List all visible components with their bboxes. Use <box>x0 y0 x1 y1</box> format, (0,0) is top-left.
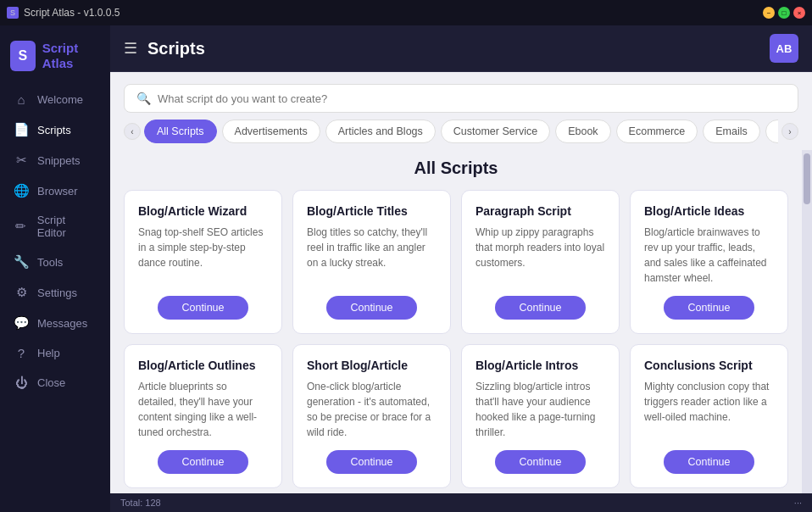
logo-icon: S <box>10 41 36 71</box>
script-card-footer: Continue <box>644 450 774 474</box>
category-tab-ecommerce[interactable]: Ecommerce <box>616 120 698 143</box>
continue-button-3[interactable]: Continue <box>664 296 754 320</box>
scripts-area-title: All Scripts <box>124 159 788 178</box>
script-card: Blog/Article Outlines Article blueprints… <box>124 344 282 488</box>
script-card-footer: Continue <box>138 450 268 474</box>
script-card-footer: Continue <box>307 296 437 320</box>
category-tab-emails[interactable]: Emails <box>703 120 760 143</box>
sidebar-label-help: Help <box>37 347 60 359</box>
sidebar-icon-script-editor: ✏ <box>14 219 29 234</box>
sidebar-icon-close: ⏻ <box>14 376 29 390</box>
script-card-footer: Continue <box>138 296 268 320</box>
sidebar-icon-messages: 💬 <box>14 315 29 331</box>
sidebar-label-scripts: Scripts <box>37 124 71 136</box>
sidebar-icon-scripts: 📄 <box>14 122 29 137</box>
script-card-desc: One-click blog/article generation - it's… <box>307 379 437 440</box>
script-card-title: Conclusions Script <box>644 359 774 372</box>
script-card: Paragraph Script Whip up zippy paragraph… <box>461 190 620 334</box>
sidebar-logo: S Script Atlas <box>0 34 110 85</box>
script-card: Blog/Article Titles Blog titles so catch… <box>292 190 451 334</box>
sidebar-item-snippets[interactable]: ✂Snippets <box>0 145 110 175</box>
scroll-track[interactable] <box>802 150 812 493</box>
status-total: Total: 128 <box>120 498 161 508</box>
continue-button-7[interactable]: Continue <box>664 450 754 474</box>
hamburger-menu[interactable]: ☰ <box>124 39 137 58</box>
sidebar-item-tools[interactable]: 🔧Tools <box>0 247 110 277</box>
user-avatar: AB <box>770 34 798 63</box>
scripts-area: All Scripts Blog/Article Wizard Snag top… <box>110 150 802 493</box>
app-icon: S <box>7 7 19 19</box>
search-input[interactable] <box>158 92 786 105</box>
sidebar-item-scripts[interactable]: 📄Scripts <box>0 114 110 145</box>
sidebar-item-browser[interactable]: 🌐Browser <box>0 175 110 206</box>
sidebar-icon-snippets: ✂ <box>14 153 29 168</box>
status-bar: Total: 128 ··· <box>110 493 812 512</box>
close-window-button[interactable]: × <box>793 7 805 19</box>
category-tab-letter[interactable]: Letter <box>765 120 778 143</box>
script-card-title: Paragraph Script <box>476 204 605 218</box>
title-bar-left: S Script Atlas - v1.0.0.5 <box>7 7 120 19</box>
script-card-desc: Sizzling blog/article intros that'll hav… <box>476 379 605 440</box>
sidebar-item-messages[interactable]: 💬Messages <box>0 308 110 338</box>
scroll-left-arrow[interactable]: ‹ <box>124 123 141 140</box>
sidebar-label-script-editor: Script Editor <box>37 214 97 239</box>
script-card-title: Blog/Article Outlines <box>138 359 268 372</box>
sidebar-icon-help: ? <box>14 346 29 360</box>
window-title: Script Atlas - v1.0.0.5 <box>24 7 120 19</box>
script-card-title: Blog/Article Intros <box>476 359 605 372</box>
sidebar-item-welcome[interactable]: ⌂Welcome <box>0 85 110 114</box>
sidebar-item-help[interactable]: ?Help <box>0 338 110 368</box>
sidebar-label-messages: Messages <box>37 317 87 330</box>
continue-button-2[interactable]: Continue <box>495 296 585 320</box>
category-tab-customer[interactable]: Customer Service <box>441 120 550 143</box>
continue-button-0[interactable]: Continue <box>158 296 247 320</box>
sidebar-item-settings[interactable]: ⚙Settings <box>0 277 110 308</box>
script-card-desc: Blog/article brainwaves to rev up your t… <box>644 225 774 286</box>
continue-button-4[interactable]: Continue <box>158 450 247 474</box>
script-card-footer: Continue <box>476 450 605 474</box>
script-card: Blog/Article Ideas Blog/article brainwav… <box>630 190 788 334</box>
script-card-desc: Snag top-shelf SEO articles in a simple … <box>138 225 268 286</box>
right-panel: ☰ Scripts AB 🔍 ‹ All ScriptsAdvertisemen… <box>110 25 812 512</box>
category-tab-articles[interactable]: Articles and Blogs <box>325 120 436 143</box>
sidebar-item-script-editor[interactable]: ✏Script Editor <box>0 206 110 247</box>
continue-button-5[interactable]: Continue <box>326 450 416 474</box>
script-card-desc: Whip up zippy paragraphs that morph read… <box>476 225 605 286</box>
sidebar-label-close: Close <box>37 376 65 389</box>
scripts-grid: Blog/Article Wizard Snag top-shelf SEO a… <box>124 190 788 488</box>
category-tab-all[interactable]: All Scripts <box>144 120 217 143</box>
script-card-footer: Continue <box>644 296 774 320</box>
script-card-desc: Blog titles so catchy, they'll reel in t… <box>307 225 437 286</box>
script-card: Conclusions Script Mighty conclusion cop… <box>630 344 788 488</box>
script-card: Blog/Article Intros Sizzling blog/articl… <box>461 344 620 488</box>
category-tab-ads[interactable]: Advertisements <box>222 120 320 143</box>
maximize-button[interactable]: □ <box>778 7 790 19</box>
search-icon: 🔍 <box>136 92 151 105</box>
scroll-thumb[interactable] <box>804 153 810 204</box>
status-dots: ··· <box>794 498 802 508</box>
scroll-right-arrow[interactable]: › <box>781 123 798 140</box>
continue-button-6[interactable]: Continue <box>495 450 585 474</box>
sidebar-label-browser: Browser <box>37 185 78 198</box>
logo-text-part2: Atlas <box>42 56 74 70</box>
logo-text: Script Atlas <box>42 41 100 71</box>
sidebar-icon-settings: ⚙ <box>14 285 29 300</box>
sidebar-label-tools: Tools <box>37 256 63 269</box>
category-tab-ebook[interactable]: Ebook <box>555 120 610 143</box>
sidebar-icon-browser: 🌐 <box>14 183 29 198</box>
script-card-title: Blog/Article Ideas <box>644 204 774 218</box>
script-card-desc: Article blueprints so detailed, they'll … <box>138 379 268 440</box>
sidebar-spacer <box>0 398 110 504</box>
sidebar-item-close[interactable]: ⏻Close <box>0 368 110 398</box>
sidebar: S Script Atlas ⌂Welcome📄Scripts✂Snippets… <box>0 25 110 512</box>
category-tabs-wrap: ‹ All ScriptsAdvertisementsArticles and … <box>110 120 812 150</box>
continue-button-1[interactable]: Continue <box>326 296 416 320</box>
main-content: 🔍 ‹ All ScriptsAdvertisementsArticles an… <box>110 72 812 493</box>
logo-text-part1: Script <box>42 41 79 55</box>
window-controls[interactable]: − □ × <box>763 7 805 19</box>
script-card: Short Blog/Article One-click blog/articl… <box>292 344 451 488</box>
script-card-title: Blog/Article Wizard <box>138 204 268 218</box>
search-bar: 🔍 <box>124 84 798 113</box>
sidebar-label-settings: Settings <box>37 287 77 299</box>
minimize-button[interactable]: − <box>763 7 775 19</box>
